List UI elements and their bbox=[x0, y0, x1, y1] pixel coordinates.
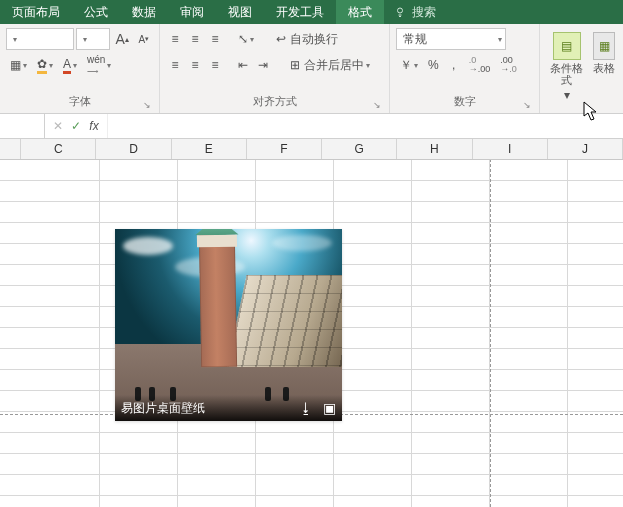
search-label: 搜索 bbox=[412, 4, 436, 21]
enter-icon[interactable]: ✓ bbox=[67, 119, 85, 133]
percent-icon: % bbox=[428, 58, 439, 72]
fill-color-dropdown[interactable]: ✿▾ bbox=[33, 54, 57, 76]
inc-decimal-icon: .0→.00 bbox=[469, 56, 491, 74]
tab-format[interactable]: 格式 bbox=[336, 0, 384, 24]
dec-decimal-icon: .00→.0 bbox=[500, 56, 517, 74]
number-dialog-launcher[interactable]: ↘ bbox=[523, 100, 531, 110]
percent-button[interactable]: % bbox=[424, 54, 443, 76]
align-right-button[interactable]: ≡ bbox=[206, 54, 224, 76]
format-as-table-button[interactable]: ▦ 表格 bbox=[592, 28, 617, 102]
fill-icon: ✿ bbox=[37, 57, 47, 74]
col-header[interactable]: H bbox=[397, 139, 472, 159]
tab-review[interactable]: 审阅 bbox=[168, 0, 216, 24]
group-alignment: ≡ ≡ ≡ ⤡▾ ↩ 自动换行 ≡ ≡ ≡ ⇤ ⇥ bbox=[160, 24, 390, 113]
align-center-button[interactable]: ≡ bbox=[186, 54, 204, 76]
orientation-dropdown[interactable]: ⤡▾ bbox=[234, 28, 258, 50]
font-size-dropdown[interactable]: ▾ bbox=[76, 28, 109, 50]
select-all-corner[interactable] bbox=[0, 139, 21, 159]
indent-increase-button[interactable]: ⇥ bbox=[254, 54, 272, 76]
download-icon[interactable]: ⭳ bbox=[299, 400, 313, 416]
cancel-icon[interactable]: ✕ bbox=[49, 119, 67, 133]
worksheet-area[interactable]: C D E F G H I J 易图片桌面壁纸 ⭳ bbox=[0, 139, 623, 507]
phonetic-icon: wén⟶ bbox=[87, 54, 105, 76]
col-header[interactable]: C bbox=[21, 139, 96, 159]
group-align-label: 对齐方式 ↘ bbox=[166, 92, 383, 113]
col-header[interactable]: D bbox=[96, 139, 171, 159]
orientation-icon: ⤡ bbox=[238, 32, 248, 46]
align-bottom-button[interactable]: ≡ bbox=[206, 28, 224, 50]
font-color-icon: A bbox=[63, 57, 71, 74]
group-font-label: 字体 ↘ bbox=[6, 92, 153, 113]
bulb-icon bbox=[394, 6, 406, 18]
group-number-label: 数字 ↘ bbox=[396, 92, 533, 113]
border-icon: ▦ bbox=[10, 58, 21, 72]
cond-fmt-icon: ▤ bbox=[553, 32, 581, 60]
align-top-button[interactable]: ≡ bbox=[166, 28, 184, 50]
border-dropdown[interactable]: ▦▾ bbox=[6, 54, 31, 76]
picture-caption-bar: 易图片桌面壁纸 ⭳ ▣ bbox=[115, 395, 342, 421]
align-dialog-launcher[interactable]: ↘ bbox=[373, 100, 381, 110]
fx-icon[interactable]: fx bbox=[85, 119, 103, 133]
tab-data[interactable]: 数据 bbox=[120, 0, 168, 24]
col-header[interactable]: F bbox=[247, 139, 322, 159]
table-fmt-icon: ▦ bbox=[593, 32, 615, 60]
name-box-input[interactable] bbox=[0, 114, 44, 138]
align-left-button[interactable]: ≡ bbox=[166, 54, 184, 76]
menu-bar: 页面布局 公式 数据 审阅 视图 开发工具 格式 搜索 bbox=[0, 0, 623, 24]
tab-dev-tools[interactable]: 开发工具 bbox=[264, 0, 336, 24]
indent-decrease-button[interactable]: ⇤ bbox=[234, 54, 252, 76]
svg-point-0 bbox=[398, 8, 403, 13]
merge-icon: ⊞ bbox=[290, 58, 300, 72]
group-styles: ▤ 条件格式 ▾ ▦ 表格 bbox=[540, 24, 623, 113]
picture-caption-text: 易图片桌面壁纸 bbox=[121, 400, 205, 417]
conditional-formatting-button[interactable]: ▤ 条件格式 ▾ bbox=[546, 28, 588, 102]
decrease-decimal-button[interactable]: .00→.0 bbox=[496, 54, 521, 76]
expand-icon[interactable]: ▣ bbox=[323, 400, 336, 416]
increase-decimal-button[interactable]: .0→.00 bbox=[465, 54, 495, 76]
col-header[interactable]: E bbox=[172, 139, 247, 159]
increase-font-button[interactable]: A▴ bbox=[112, 28, 133, 50]
picture-content bbox=[115, 229, 342, 421]
col-header[interactable]: G bbox=[322, 139, 397, 159]
decrease-font-button[interactable]: A▾ bbox=[135, 28, 153, 50]
formula-bar: ✕ ✓ fx bbox=[0, 114, 623, 139]
currency-dropdown[interactable]: ￥▾ bbox=[396, 54, 422, 76]
col-header[interactable]: I bbox=[473, 139, 548, 159]
font-dialog-launcher[interactable]: ↘ bbox=[143, 100, 151, 110]
align-middle-button[interactable]: ≡ bbox=[186, 28, 204, 50]
group-styles-label bbox=[546, 102, 617, 120]
search-box[interactable]: 搜索 bbox=[384, 4, 446, 21]
number-format-dropdown[interactable]: 常规 ▾ bbox=[396, 28, 506, 50]
comma-button[interactable]: , bbox=[445, 54, 463, 76]
embedded-picture[interactable]: 易图片桌面壁纸 ⭳ ▣ bbox=[115, 229, 342, 421]
merge-center-dropdown[interactable]: ⊞ 合并后居中▾ bbox=[286, 54, 374, 76]
group-font: ▾ ▾ A▴ A▾ ▦▾ ✿▾ A▾ wén⟶▾ bbox=[0, 24, 160, 113]
wrap-text-button[interactable]: ↩ 自动换行 bbox=[272, 28, 342, 50]
col-header[interactable]: J bbox=[548, 139, 623, 159]
comma-icon: , bbox=[452, 58, 455, 72]
name-box[interactable] bbox=[0, 114, 45, 138]
tab-view[interactable]: 视图 bbox=[216, 0, 264, 24]
currency-icon: ￥ bbox=[400, 57, 412, 74]
font-color-dropdown[interactable]: A▾ bbox=[59, 54, 81, 76]
ribbon: ▾ ▾ A▴ A▾ ▦▾ ✿▾ A▾ wén⟶▾ bbox=[0, 24, 623, 114]
tab-page-layout[interactable]: 页面布局 bbox=[0, 0, 72, 24]
font-name-dropdown[interactable]: ▾ bbox=[6, 28, 74, 50]
page-break-col bbox=[490, 139, 491, 507]
group-number: 常规 ▾ ￥▾ % , .0→.00 .00→.0 bbox=[390, 24, 540, 113]
phonetic-guide-dropdown[interactable]: wén⟶▾ bbox=[83, 54, 115, 76]
wrap-icon: ↩ bbox=[276, 32, 286, 46]
tab-formulas[interactable]: 公式 bbox=[72, 0, 120, 24]
column-headers: C D E F G H I J bbox=[0, 139, 623, 160]
